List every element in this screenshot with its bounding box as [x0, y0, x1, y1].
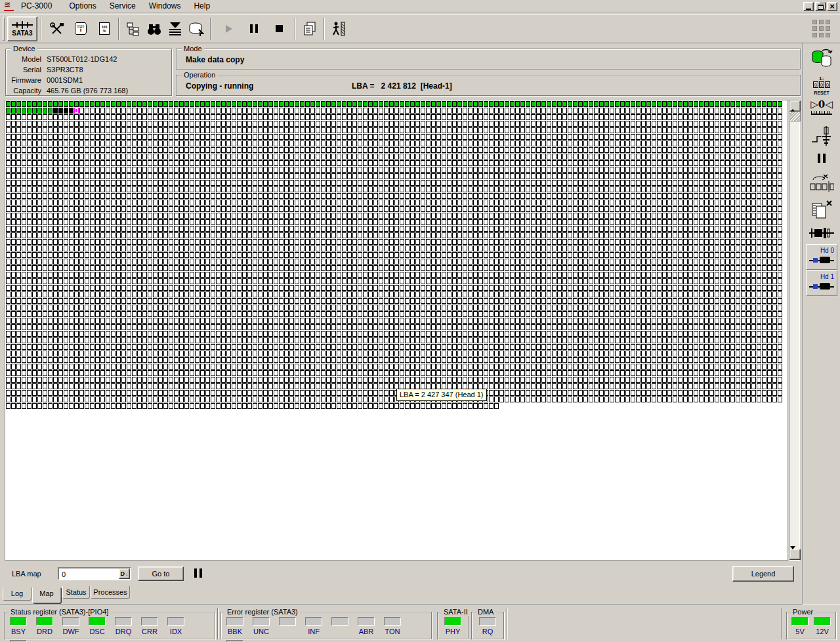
map-cell[interactable] [589, 160, 593, 166]
map-cell[interactable] [268, 108, 273, 114]
map-cell[interactable] [667, 344, 672, 350]
map-cell[interactable] [242, 140, 247, 146]
map-cell[interactable] [22, 265, 26, 271]
map-cell[interactable] [153, 383, 158, 389]
map-cell[interactable] [452, 337, 457, 343]
map-cell[interactable] [221, 114, 226, 120]
map-cell[interactable] [720, 127, 724, 133]
map-cell[interactable] [347, 114, 352, 120]
map-cell[interactable] [153, 403, 158, 409]
map-cell[interactable] [190, 377, 194, 383]
map-cell[interactable] [510, 265, 514, 271]
map-cell[interactable] [163, 226, 168, 232]
map-cell[interactable] [268, 180, 273, 186]
map-cell[interactable] [657, 193, 662, 199]
map-cell[interactable] [237, 291, 242, 297]
map-cell[interactable] [652, 265, 656, 271]
map-cell[interactable] [652, 318, 656, 324]
map-cell[interactable] [751, 318, 756, 324]
map-cell[interactable] [247, 154, 252, 160]
map-cell[interactable] [636, 252, 640, 258]
map-cell[interactable] [121, 232, 126, 238]
map-cell[interactable] [53, 344, 58, 350]
map-cell[interactable] [762, 344, 766, 350]
map-cell[interactable] [53, 324, 58, 330]
map-cell[interactable] [232, 232, 236, 238]
map-cell[interactable] [373, 239, 378, 245]
map-cell[interactable] [106, 206, 110, 212]
map-cell[interactable] [300, 140, 304, 146]
map-cell[interactable] [190, 200, 194, 205]
map-cell[interactable] [505, 101, 509, 107]
map-cell[interactable] [258, 337, 262, 343]
map-cell[interactable] [205, 252, 210, 258]
map-cell[interactable] [410, 370, 415, 376]
map-cell[interactable] [363, 226, 368, 232]
map-cell[interactable] [447, 127, 452, 133]
map-cell[interactable] [557, 291, 562, 297]
map-cell[interactable] [305, 331, 310, 337]
map-cell[interactable] [662, 370, 667, 376]
map-cell[interactable] [589, 265, 593, 271]
map-cell[interactable] [694, 357, 698, 363]
map-cell[interactable] [589, 147, 593, 153]
map-cell[interactable] [405, 108, 410, 114]
map-cell[interactable] [589, 390, 593, 396]
map-cell[interactable] [32, 134, 37, 140]
map-cell[interactable] [751, 226, 756, 232]
map-cell[interactable] [37, 140, 42, 146]
map-cell[interactable] [6, 160, 10, 166]
map-cell[interactable] [757, 160, 761, 166]
map-cell[interactable] [594, 337, 598, 343]
map-cell[interactable] [641, 246, 646, 251]
map-cell[interactable] [484, 193, 488, 199]
map-cell[interactable] [583, 324, 588, 330]
map-cell[interactable] [646, 232, 651, 238]
map-cell[interactable] [85, 252, 89, 258]
map-cell[interactable] [121, 127, 126, 133]
map-cell[interactable] [478, 318, 483, 324]
map-cell[interactable] [431, 291, 436, 297]
map-cell[interactable] [158, 232, 163, 238]
map-cell[interactable] [568, 331, 572, 337]
map-cell[interactable] [37, 278, 42, 284]
map-cell[interactable] [132, 101, 136, 107]
map-cell[interactable] [741, 337, 746, 343]
map-cell[interactable] [772, 357, 777, 363]
map-cell[interactable] [552, 232, 556, 238]
map-cell[interactable] [757, 291, 761, 297]
map-cell[interactable] [211, 396, 215, 402]
map-cell[interactable] [237, 383, 242, 389]
map-cell[interactable] [636, 167, 640, 173]
map-cell[interactable] [478, 186, 483, 192]
map-cell[interactable] [594, 127, 598, 133]
map-cell[interactable] [746, 390, 751, 396]
map-cell[interactable] [667, 101, 672, 107]
map-cell[interactable] [137, 173, 142, 179]
map-cell[interactable] [163, 154, 168, 160]
map-cell[interactable] [200, 351, 205, 356]
map-cell[interactable] [421, 311, 425, 317]
map-cell[interactable] [16, 173, 21, 179]
map-cell[interactable] [337, 167, 341, 173]
map-cell[interactable] [132, 226, 136, 232]
map-cell[interactable] [242, 180, 247, 186]
map-cell[interactable] [604, 193, 609, 199]
map-cell[interactable] [274, 160, 278, 166]
map-cell[interactable] [746, 383, 751, 389]
map-cell[interactable] [195, 383, 200, 389]
map-cell[interactable] [709, 318, 714, 324]
map-cell[interactable] [526, 206, 530, 212]
map-cell[interactable] [163, 219, 168, 225]
map-cell[interactable] [694, 331, 698, 337]
map-cell[interactable] [211, 265, 215, 271]
map-cell[interactable] [625, 127, 630, 133]
map-cell[interactable] [615, 351, 620, 356]
map-cell[interactable] [547, 160, 551, 166]
map-cell[interactable] [379, 114, 383, 120]
map-cell[interactable] [736, 226, 740, 232]
map-cell[interactable] [205, 213, 210, 219]
map-cell[interactable] [74, 206, 79, 212]
map-cell[interactable] [730, 272, 735, 278]
map-cell[interactable] [132, 291, 136, 297]
